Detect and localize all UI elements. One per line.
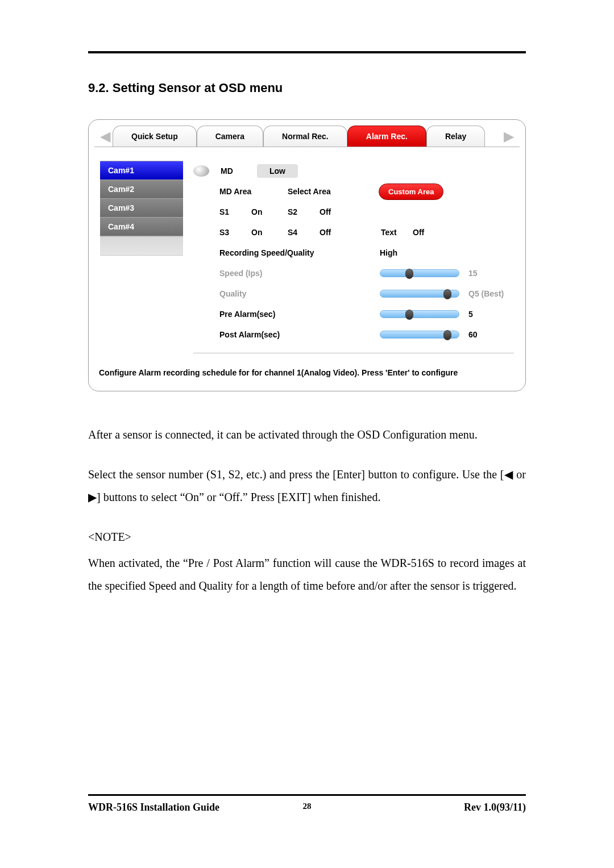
s3-value[interactable]: On [251,228,288,237]
paragraph-3: When activated, the “Pre / Post Alarm” f… [88,552,526,597]
tab-next-arrow[interactable]: ▶ [501,129,516,144]
note-label: <NOTE> [88,525,526,548]
tab-alarm-rec[interactable]: Alarm Rec. [347,126,426,147]
camera-item-2[interactable]: Cam#2 [100,180,183,198]
s4-label: S4 [288,228,320,237]
s1-value[interactable]: On [251,207,288,216]
s2-value[interactable]: Off [320,207,356,216]
quality-value: Q5 (Best) [468,289,514,298]
pre-alarm-label: Pre Alarm(sec) [219,310,380,319]
panel-body: Cam#1 Cam#2 Cam#3 Cam#4 MD Low MD Area S… [94,147,520,357]
settings-pane: MD Low MD Area Select Area Custom Area S… [193,161,514,357]
tab-camera[interactable]: Camera [197,126,263,147]
camera-item-4[interactable]: Cam#4 [100,217,183,236]
md-area-label: MD Area [219,187,288,196]
quality-slider[interactable] [380,290,459,298]
s4-value[interactable]: Off [320,228,356,237]
camera-item-blank [100,236,183,256]
rsq-value[interactable]: High [380,248,397,257]
footer-revision: Rev 1.0(93/11) [464,802,526,813]
settings-divider [193,353,514,353]
pre-alarm-slider-thumb[interactable] [405,310,413,320]
speed-value: 15 [468,269,514,278]
footer-page-number: 28 [303,802,312,811]
speed-slider-thumb[interactable] [405,269,413,279]
quality-slider-thumb[interactable] [443,289,451,299]
tab-quick-setup[interactable]: Quick Setup [113,126,197,147]
footer-rule [88,794,526,796]
camera-item-1[interactable]: Cam#1 [100,161,183,180]
paragraph-1: After a sensor is connected, it can be a… [88,423,526,446]
text-value[interactable]: Off [413,228,424,237]
s2-label: S2 [288,207,320,216]
osd-panel: ◀ Quick Setup Camera Normal Rec. Alarm R… [88,119,526,391]
footer-doc-title: WDR-516S Installation Guide [88,802,219,813]
pre-alarm-slider[interactable] [380,310,459,318]
paragraph-2: Select the sensor number (S1, S2, etc.) … [88,463,526,508]
tab-prev-arrow[interactable]: ◀ [98,129,113,144]
custom-area-button[interactable]: Custom Area [379,183,443,200]
select-area-label[interactable]: Select Area [288,187,362,196]
post-alarm-label: Post Alarm(sec) [219,330,380,339]
post-alarm-slider[interactable] [380,331,459,339]
section-heading: 9.2. Setting Sensor at OSD menu [88,81,526,95]
post-alarm-slider-thumb[interactable] [443,330,451,340]
tab-relay[interactable]: Relay [426,126,485,147]
speed-slider[interactable] [380,269,459,277]
tab-bar: ◀ Quick Setup Camera Normal Rec. Alarm R… [94,126,520,147]
speed-label: Speed (Ips) [219,269,380,278]
post-alarm-value: 60 [468,330,514,339]
rsq-label: Recording Speed/Quality [219,248,380,257]
body-copy: After a sensor is connected, it can be a… [88,423,526,597]
text-label: Text [381,228,413,237]
page-footer: WDR-516S Installation Guide 28 Rev 1.0(9… [88,794,526,813]
pre-alarm-value: 5 [468,310,514,319]
camera-list: Cam#1 Cam#2 Cam#3 Cam#4 [100,161,183,357]
camera-icon [193,165,209,177]
md-label: MD [221,166,257,176]
quality-label: Quality [219,289,380,298]
status-text: Configure Alarm recording schedule for f… [94,357,520,377]
s3-label: S3 [219,228,251,237]
camera-item-3[interactable]: Cam#3 [100,198,183,217]
tab-normal-rec[interactable]: Normal Rec. [263,126,347,147]
md-value[interactable]: Low [257,164,298,178]
header-rule [88,51,526,53]
s1-label: S1 [219,207,251,216]
